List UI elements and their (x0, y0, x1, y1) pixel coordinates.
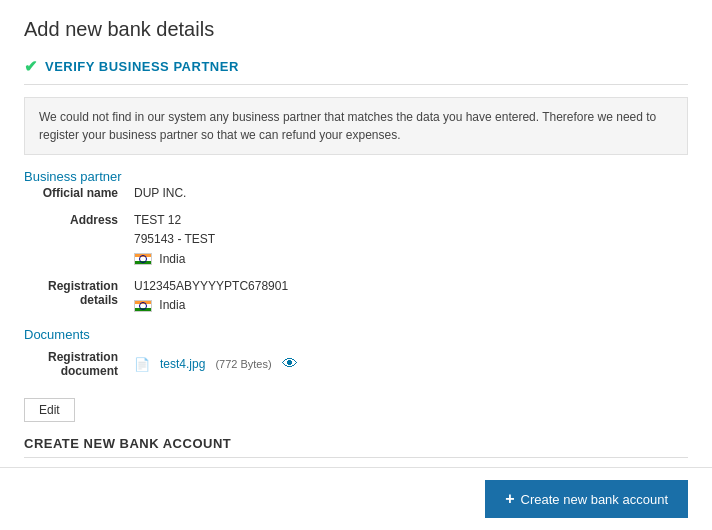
document-row: Registration document 📄 test4.jpg (772 B… (24, 350, 688, 378)
business-partner-link[interactable]: Business partner (24, 169, 122, 184)
page-title: Add new bank details (24, 18, 688, 41)
verify-section-header: ✔ VERIFY BUSINESS PARTNER (24, 57, 688, 76)
address-row: Address TEST 12 795143 - TEST India (24, 211, 688, 269)
bottom-bar: + Create new bank account (0, 467, 712, 530)
address-country: India (159, 252, 185, 266)
registration-document-label: Registration document (24, 350, 134, 378)
address-value: TEST 12 795143 - TEST India (134, 211, 215, 269)
official-name-value: DUP INC. (134, 184, 186, 203)
details-section: Official name DUP INC. Address TEST 12 7… (24, 184, 688, 315)
check-icon: ✔ (24, 57, 37, 76)
india-flag-address (134, 253, 152, 265)
official-name-label: Official name (24, 184, 134, 200)
bank-section-title: CREATE NEW BANK ACCOUNT (24, 436, 688, 451)
registration-row: Registrationdetails U12345ABYYYYPTC67890… (24, 277, 688, 315)
create-bank-account-button[interactable]: + Create new bank account (485, 480, 688, 518)
documents-section: Documents Registration document 📄 test4.… (24, 327, 688, 378)
address-line1: TEST 12 (134, 213, 181, 227)
plus-icon: + (505, 490, 514, 508)
eye-icon[interactable]: 👁 (282, 355, 298, 373)
registration-value: U12345ABYYYYPTC678901 India (134, 277, 288, 315)
india-flag-registration (134, 300, 152, 312)
info-box: We could not find in our system any busi… (24, 97, 688, 155)
edit-button[interactable]: Edit (24, 398, 75, 422)
create-bank-account-label: Create new bank account (521, 492, 668, 507)
verify-divider (24, 84, 688, 85)
registration-number: U12345ABYYYYPTC678901 (134, 279, 288, 293)
registration-country: India (159, 298, 185, 312)
bank-divider (24, 457, 688, 458)
file-link[interactable]: test4.jpg (160, 357, 205, 371)
document-file-area: 📄 test4.jpg (772 Bytes) 👁 (134, 355, 298, 373)
verify-section-title: VERIFY BUSINESS PARTNER (45, 59, 239, 74)
documents-link[interactable]: Documents (24, 327, 688, 342)
address-label: Address (24, 211, 134, 227)
registration-label: Registrationdetails (24, 277, 134, 307)
official-name-row: Official name DUP INC. (24, 184, 688, 203)
file-size: (772 Bytes) (215, 358, 271, 370)
file-icon: 📄 (134, 357, 150, 372)
page-container: Add new bank details ✔ VERIFY BUSINESS P… (0, 0, 712, 530)
address-line2: 795143 - TEST (134, 232, 215, 246)
